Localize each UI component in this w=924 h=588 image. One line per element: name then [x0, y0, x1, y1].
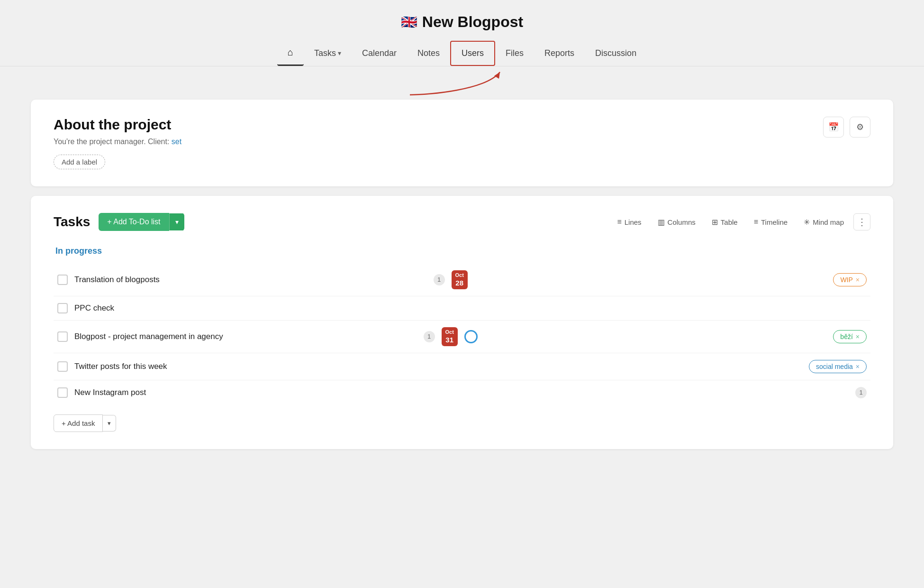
- nav-reports[interactable]: Reports: [534, 42, 585, 65]
- task-checkbox-5[interactable]: [57, 387, 68, 398]
- project-card: About the project You're the project man…: [31, 100, 893, 186]
- add-label-button[interactable]: Add a label: [54, 155, 105, 169]
- view-controls: ≡ Lines ▥ Columns ⊞ Table ≡ Timeline ✳: [610, 213, 870, 230]
- view-mindmap-label: Mind map: [813, 218, 844, 226]
- header: 🇬🇧 New Blogpost ⌂ Tasks ▾ Calendar Notes…: [0, 0, 924, 100]
- task-month-1: Oct: [455, 272, 464, 278]
- project-info: About the project You're the project man…: [54, 117, 823, 169]
- task-date-3: Oct 31: [442, 327, 458, 346]
- add-task-dropdown-button[interactable]: ▾: [103, 415, 116, 432]
- table-icon: ⊞: [712, 218, 718, 227]
- social-label: social media: [816, 363, 853, 370]
- social-close-button[interactable]: ×: [856, 363, 860, 370]
- task-day-3: 31: [445, 335, 454, 345]
- tasks-header: Tasks + Add To-Do list ▾ ≡ Lines ▥: [54, 213, 870, 231]
- view-timeline-button[interactable]: ≡ Timeline: [747, 214, 794, 230]
- tasks-card: Tasks + Add To-Do list ▾ ≡ Lines ▥: [31, 196, 893, 449]
- view-columns-button[interactable]: ▥ Columns: [651, 214, 702, 230]
- ellipsis-icon: ⋮: [857, 216, 867, 228]
- page-title: 🇬🇧 New Blogpost: [0, 13, 924, 31]
- task-badge-5: 1: [855, 387, 867, 398]
- home-icon: ⌂: [288, 47, 293, 58]
- columns-icon: ▥: [658, 218, 665, 227]
- add-todo-label: + Add To-Do list: [107, 218, 160, 226]
- task-tag-wip: WIP ×: [833, 273, 867, 286]
- task-day-1: 28: [455, 278, 464, 288]
- task-name-1: Translation of blogposts: [74, 275, 427, 285]
- main-content: About the project You're the project man…: [12, 100, 912, 449]
- gear-icon: ⚙: [856, 122, 864, 132]
- bezi-label: běží: [840, 333, 852, 340]
- project-actions: 📅 ⚙: [823, 117, 870, 138]
- calendar-icon: 📅: [828, 122, 839, 132]
- task-name-5: New Instagram post: [74, 388, 849, 397]
- view-timeline-label: Timeline: [761, 218, 788, 226]
- wip-close-button[interactable]: ×: [856, 276, 860, 284]
- task-checkbox-4[interactable]: [57, 361, 68, 372]
- task-list: Translation of blogposts 1 Oct 28 WIP × …: [54, 264, 870, 405]
- tasks-title-area: Tasks + Add To-Do list ▾: [54, 213, 184, 231]
- task-checkbox-3[interactable]: [57, 331, 68, 342]
- view-mindmap-button[interactable]: ✳ Mind map: [797, 214, 851, 230]
- nav-tasks[interactable]: Tasks ▾: [304, 42, 352, 65]
- add-task-button[interactable]: + Add task: [54, 414, 103, 432]
- task-date-1: Oct 28: [452, 270, 468, 289]
- task-name-4: Twitter posts for this week: [74, 362, 435, 371]
- view-table-label: Table: [721, 218, 738, 226]
- nav-home[interactable]: ⌂: [277, 40, 304, 66]
- view-lines-button[interactable]: ≡ Lines: [610, 214, 648, 230]
- section-in-progress: In progress: [54, 246, 870, 256]
- timeline-icon: ≡: [754, 218, 758, 226]
- task-checkbox-1[interactable]: [57, 275, 68, 285]
- nav-tasks-label: Tasks: [314, 48, 336, 58]
- task-badge-1: 1: [434, 274, 445, 285]
- add-todo-main-button[interactable]: + Add To-Do list: [99, 213, 169, 231]
- add-task-area: + Add task ▾: [54, 414, 870, 432]
- nav-discussion[interactable]: Discussion: [585, 42, 647, 65]
- view-table-button[interactable]: ⊞ Table: [705, 214, 744, 230]
- wip-label: WIP: [840, 276, 852, 284]
- task-badge-3: 1: [424, 331, 435, 342]
- chevron-down-icon: ▾: [338, 49, 341, 57]
- calendar-button[interactable]: 📅: [823, 117, 844, 138]
- task-item: Blogpost - project management in agency …: [54, 321, 870, 353]
- project-name: New Blogpost: [422, 13, 523, 31]
- task-tag-social: social media ×: [809, 360, 867, 373]
- task-tag-bezi: běží ×: [833, 330, 867, 343]
- task-item: Translation of blogposts 1 Oct 28 WIP ×: [54, 264, 870, 296]
- nav-notes[interactable]: Notes: [407, 42, 450, 65]
- chevron-down-icon: ▾: [175, 218, 179, 226]
- task-item: New Instagram post 1: [54, 380, 870, 405]
- tasks-title: Tasks: [54, 214, 90, 230]
- annotation-arrow: [0, 66, 924, 100]
- svg-marker-0: [494, 72, 500, 79]
- task-name-3: Blogpost - project management in agency: [74, 332, 417, 341]
- nav-users[interactable]: Users: [450, 41, 495, 66]
- add-todo-button-group: + Add To-Do list ▾: [99, 213, 184, 231]
- settings-button[interactable]: ⚙: [850, 117, 870, 138]
- project-title: About the project: [54, 117, 823, 133]
- task-month-3: Oct: [445, 329, 454, 335]
- task-checkbox-2[interactable]: [57, 303, 68, 313]
- navigation: ⌂ Tasks ▾ Calendar Notes Users Files Rep…: [0, 40, 924, 66]
- more-options-button[interactable]: ⋮: [853, 213, 870, 230]
- view-lines-label: Lines: [625, 218, 642, 226]
- nav-files[interactable]: Files: [495, 42, 534, 65]
- task-item: Twitter posts for this week social media…: [54, 353, 870, 380]
- view-columns-label: Columns: [668, 218, 696, 226]
- circle-status-icon: [464, 330, 478, 343]
- flag-icon: 🇬🇧: [401, 14, 417, 30]
- subtitle-text: You're the project manager. Client:: [54, 138, 172, 146]
- task-name-2: PPC check: [74, 303, 867, 313]
- bezi-close-button[interactable]: ×: [856, 333, 860, 340]
- task-item: PPC check: [54, 296, 870, 321]
- add-label-text: Add a label: [62, 158, 97, 166]
- lines-icon: ≡: [617, 218, 621, 226]
- client-set-link[interactable]: set: [172, 138, 181, 146]
- add-task-label: + Add task: [62, 419, 95, 427]
- add-todo-dropdown-button[interactable]: ▾: [169, 213, 184, 230]
- mindmap-icon: ✳: [804, 218, 810, 227]
- chevron-down-icon: ▾: [108, 420, 111, 427]
- project-subtitle: You're the project manager. Client: set: [54, 138, 823, 146]
- nav-calendar[interactable]: Calendar: [352, 42, 407, 65]
